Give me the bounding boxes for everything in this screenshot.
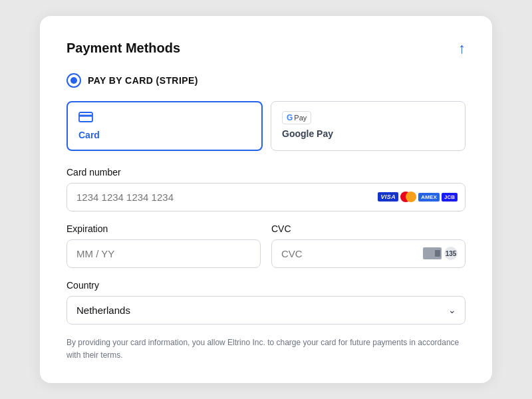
disclaimer-text: By providing your card information, you … [66, 336, 466, 362]
svg-rect-0 [79, 112, 92, 122]
expiration-label: Expiration [66, 223, 261, 234]
stripe-label: PAY BY CARD (STRIPE) [88, 75, 198, 86]
radio-button-stripe[interactable] [66, 73, 81, 88]
card-brand-icons: VISA AMEX JCB [378, 192, 458, 202]
cvc-wrapper: 135 [271, 239, 466, 268]
page-title: Payment Methods [66, 41, 180, 56]
cvc-number-badge: 135 [444, 247, 458, 260]
card-number-group: Card number VISA AMEX JCB [66, 167, 466, 211]
gpay-logo: GPay [282, 111, 311, 124]
country-label: Country [66, 280, 466, 291]
tab-googlepay-label: Google Pay [282, 128, 333, 139]
cvc-group: CVC 135 [271, 223, 466, 268]
expiration-input[interactable] [66, 239, 261, 268]
svg-rect-1 [79, 114, 92, 116]
credit-card-icon [78, 112, 93, 126]
visa-icon: VISA [378, 192, 398, 201]
panel-header: Payment Methods ↑ [66, 40, 466, 57]
country-group: Country Netherlands Germany France Unite… [66, 280, 466, 325]
jcb-icon: JCB [442, 193, 458, 201]
gpay-pay: Pay [294, 114, 307, 122]
up-arrow-button[interactable]: ↑ [458, 40, 466, 57]
payment-methods-panel: Payment Methods ↑ PAY BY CARD (STRIPE) C… [40, 16, 492, 383]
expiration-group: Expiration [66, 223, 261, 268]
cvc-card-icon: 135 [423, 247, 458, 260]
gpay-g: G [287, 113, 293, 122]
payment-method-stripe[interactable]: PAY BY CARD (STRIPE) [66, 73, 466, 88]
country-select[interactable]: Netherlands Germany France United Kingdo… [66, 296, 466, 325]
cvc-card-shape [423, 247, 442, 259]
tab-googlepay[interactable]: GPay Google Pay [271, 101, 466, 151]
card-number-wrapper: VISA AMEX JCB [66, 183, 466, 211]
expiration-wrapper [66, 239, 261, 268]
country-select-wrapper: Netherlands Germany France United Kingdo… [66, 296, 466, 325]
expiration-cvc-row: Expiration CVC 135 [66, 223, 466, 280]
cvc-label: CVC [271, 223, 466, 234]
tab-card-label: Card [78, 130, 100, 140]
mastercard-icon [400, 192, 416, 202]
payment-tabs: Card GPay Google Pay [66, 101, 466, 151]
tab-card[interactable]: Card [66, 101, 263, 151]
amex-icon: AMEX [418, 193, 440, 201]
radio-inner-dot [70, 77, 77, 84]
card-number-label: Card number [66, 167, 466, 178]
